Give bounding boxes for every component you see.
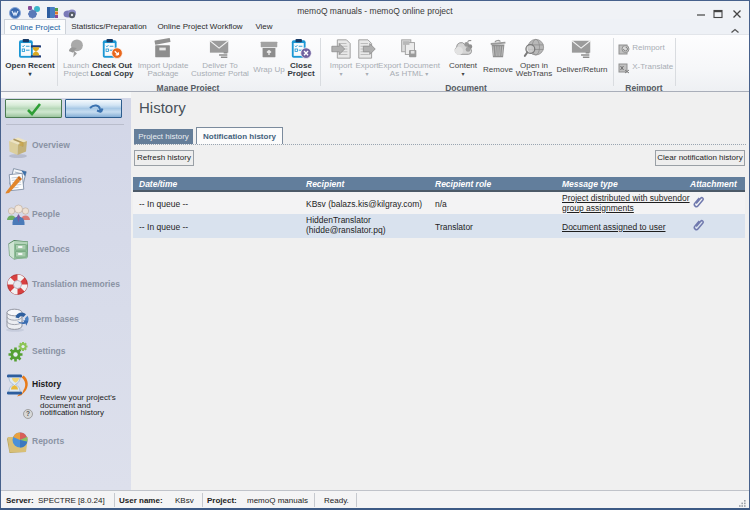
svg-text:?: ? — [26, 410, 30, 417]
